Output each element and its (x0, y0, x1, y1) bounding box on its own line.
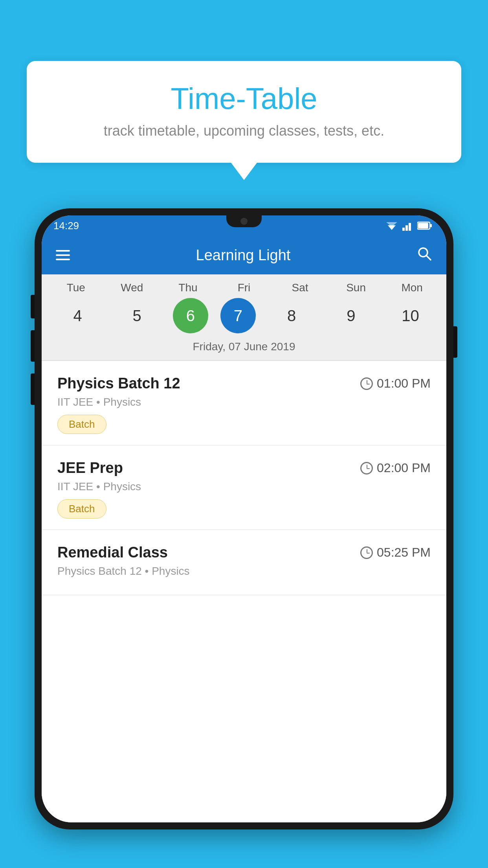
schedule-time-label-2: 02:00 PM (377, 461, 431, 475)
day-header-mon: Mon (389, 281, 436, 294)
day-7-selected[interactable]: 7 (220, 298, 256, 333)
schedule-subtitle-2: IIT JEE • Physics (57, 480, 431, 493)
svg-rect-6 (430, 224, 432, 227)
schedule-title-3: Remedial Class (57, 544, 168, 561)
day-8[interactable]: 8 (268, 298, 315, 333)
calendar-strip: Tue Wed Thu Fri Sat Sun Mon 4 5 6 7 8 9 … (42, 274, 446, 361)
svg-line-9 (426, 256, 431, 260)
schedule-item-1[interactable]: Physics Batch 12 01:00 PM IIT JEE • Phys… (42, 361, 446, 445)
battery-icon (417, 221, 432, 230)
wifi-icon (385, 221, 398, 231)
day-header-sun: Sun (332, 281, 380, 294)
schedule-title-2: JEE Prep (57, 460, 123, 476)
schedule-time-label-1: 01:00 PM (377, 376, 431, 391)
day-header-wed: Wed (108, 281, 156, 294)
menu-line-1 (56, 250, 70, 252)
schedule-title-1: Physics Batch 12 (57, 375, 180, 392)
schedule-subtitle-3: Physics Batch 12 • Physics (57, 565, 431, 577)
phone-mockup: 14:29 (35, 208, 453, 868)
day-6-today[interactable]: 6 (173, 298, 208, 333)
schedule-list: Physics Batch 12 01:00 PM IIT JEE • Phys… (42, 361, 446, 822)
schedule-item-3[interactable]: Remedial Class 05:25 PM Physics Batch 12… (42, 530, 446, 595)
batch-tag-1: Batch (57, 415, 106, 434)
phone-outer: 14:29 (35, 208, 453, 829)
volume-up-button (31, 295, 35, 318)
schedule-subtitle-1: IIT JEE • Physics (57, 396, 431, 408)
day-header-tue: Tue (52, 281, 99, 294)
day-header-sat: Sat (277, 281, 324, 294)
status-time: 14:29 (53, 220, 79, 232)
menu-button[interactable] (56, 250, 70, 260)
volume-down-button (31, 330, 35, 362)
app-title: Learning Light (83, 247, 404, 264)
schedule-time-2: 02:00 PM (360, 461, 431, 475)
menu-line-3 (56, 259, 70, 260)
power-button (453, 326, 457, 358)
schedule-item-2[interactable]: JEE Prep 02:00 PM IIT JEE • Physics Batc… (42, 445, 446, 530)
schedule-item-row1-1: Physics Batch 12 01:00 PM (57, 375, 431, 392)
search-button[interactable] (416, 246, 432, 265)
speech-bubble: Time-Table track timetable, upcoming cla… (27, 61, 461, 163)
svg-rect-3 (405, 225, 408, 231)
svg-rect-2 (402, 228, 405, 231)
svg-marker-1 (386, 222, 397, 227)
schedule-time-label-3: 05:25 PM (377, 545, 431, 560)
svg-rect-7 (418, 223, 428, 228)
day-headers: Tue Wed Thu Fri Sat Sun Mon (42, 281, 446, 294)
clock-icon-1 (360, 377, 373, 390)
silent-button (31, 373, 35, 405)
day-header-fri: Fri (220, 281, 268, 294)
day-header-thu: Thu (164, 281, 211, 294)
day-4[interactable]: 4 (54, 298, 101, 333)
schedule-item-row1-2: JEE Prep 02:00 PM (57, 460, 431, 476)
batch-tag-2: Batch (57, 499, 106, 519)
status-icons (385, 221, 432, 231)
day-9[interactable]: 9 (327, 298, 374, 333)
schedule-time-3: 05:25 PM (360, 545, 431, 560)
phone-screen: 14:29 (42, 215, 446, 822)
day-5[interactable]: 5 (114, 298, 161, 333)
phone-notch (226, 215, 262, 227)
bubble-title: Time-Table (50, 81, 438, 116)
menu-line-2 (56, 254, 70, 256)
svg-rect-4 (409, 223, 411, 231)
schedule-item-row1-3: Remedial Class 05:25 PM (57, 544, 431, 561)
clock-icon-2 (360, 462, 373, 474)
signal-icon (402, 221, 413, 231)
day-numbers: 4 5 6 7 8 9 10 (42, 294, 446, 339)
app-bar: Learning Light (42, 236, 446, 274)
bubble-subtitle: track timetable, upcoming classes, tests… (50, 123, 438, 139)
selected-date-label: Friday, 07 June 2019 (42, 339, 446, 360)
clock-icon-3 (360, 546, 373, 559)
day-10[interactable]: 10 (387, 298, 434, 333)
schedule-time-1: 01:00 PM (360, 376, 431, 391)
